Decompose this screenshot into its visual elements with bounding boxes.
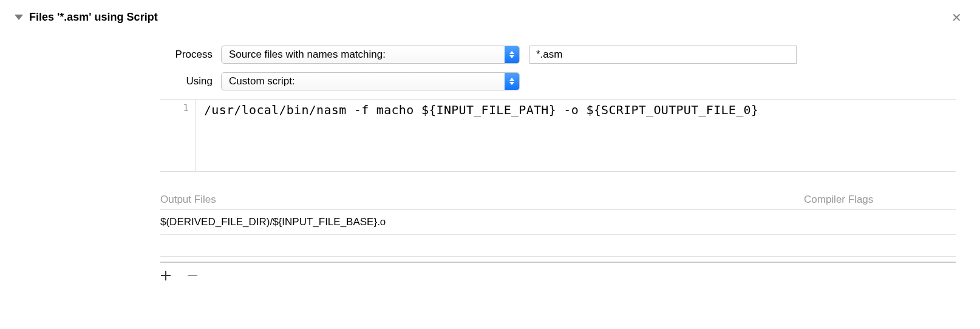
table-row: [160, 235, 956, 257]
process-select-value: Source files with names matching:: [222, 46, 505, 63]
rule-header: Files '*.asm' using Script ✕: [15, 11, 965, 24]
output-file-path: $(DERIVED_FILE_DIR)/${INPUT_FILE_BASE}.o: [160, 216, 386, 228]
pattern-input[interactable]: [529, 46, 797, 64]
chevron-up-down-icon: [505, 46, 519, 63]
using-row: Using Custom script:: [124, 72, 965, 90]
column-output-files[interactable]: Output Files: [160, 194, 804, 206]
table-row[interactable]: $(DERIVED_FILE_DIR)/${INPUT_FILE_BASE}.o: [160, 210, 956, 235]
minus-icon: [187, 270, 198, 281]
add-button[interactable]: [160, 270, 171, 281]
line-number-gutter: 1: [160, 100, 196, 171]
svg-rect-2: [188, 275, 197, 276]
output-files-table: Output Files Compiler Flags $(DERIVED_FI…: [160, 190, 956, 257]
using-select[interactable]: Custom script:: [221, 72, 520, 90]
plus-icon: [160, 270, 171, 281]
table-header: Output Files Compiler Flags: [160, 190, 956, 210]
using-label: Using: [124, 75, 221, 87]
process-row: Process Source files with names matching…: [124, 46, 965, 64]
chevron-up-down-icon: [505, 73, 519, 90]
process-select[interactable]: Source files with names matching:: [221, 46, 520, 64]
table-footer: [160, 262, 956, 281]
column-compiler-flags[interactable]: Compiler Flags: [804, 194, 956, 206]
disclosure-triangle-icon[interactable]: [15, 15, 23, 20]
script-editor[interactable]: 1 /usr/local/bin/nasm -f macho ${INPUT_F…: [160, 99, 956, 172]
svg-rect-1: [161, 275, 171, 276]
line-number: 1: [160, 102, 189, 114]
using-select-value: Custom script:: [222, 73, 505, 90]
process-label: Process: [124, 49, 221, 61]
remove-button[interactable]: [187, 270, 198, 281]
close-icon[interactable]: ✕: [948, 12, 965, 24]
script-text[interactable]: /usr/local/bin/nasm -f macho ${INPUT_FIL…: [196, 100, 956, 171]
rule-title: Files '*.asm' using Script: [29, 11, 158, 24]
